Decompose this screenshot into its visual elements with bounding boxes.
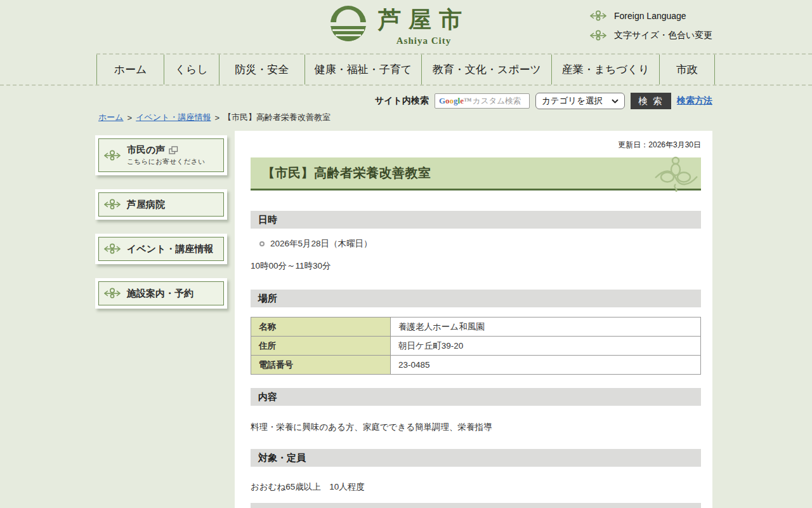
place-phone-value: 23-0485 <box>391 356 701 375</box>
place-address-label: 住所 <box>251 337 391 356</box>
table-row: 電話番号 23-0485 <box>251 356 701 375</box>
ornament-icon <box>590 30 606 41</box>
event-date: 2026年5月28日（木曜日） <box>259 238 372 250</box>
nav-item-home[interactable]: ホーム <box>96 55 164 84</box>
sidebar-item-label: 芦屋病院 <box>127 199 165 211</box>
search-button[interactable]: 検 索 <box>631 93 671 109</box>
knot-ornament-icon <box>653 156 698 192</box>
bullet-ring-icon <box>259 241 265 246</box>
section-header-place: 場所 <box>251 290 701 307</box>
nav-item-shisei[interactable]: 市政 <box>659 55 714 84</box>
sidebar: 市民の声 こちらにお寄せください 芦屋病院 <box>95 135 227 323</box>
breadcrumb-events[interactable]: イベント・講座情報 <box>136 112 211 123</box>
place-address-value: 朝日ケ丘町39-20 <box>391 337 701 356</box>
breadcrumb: ホーム > イベント・講座情報 > 【市民】高齢者栄養改善教室 <box>98 112 331 123</box>
place-phone-label: 電話番号 <box>251 356 391 375</box>
header-quick-links: Foreign Language 文字サイズ・色合い変更 <box>590 10 712 41</box>
category-select[interactable]: カテゴリを選択 <box>535 93 625 109</box>
sidebar-item-event-kouza[interactable]: イベント・講座情報 <box>95 234 227 264</box>
ornament-icon <box>104 199 121 210</box>
event-target: おおむね65歳以上 10人程度 <box>251 481 365 493</box>
sidebar-item-shisetsu-yoyaku[interactable]: 施設案内・予約 <box>95 278 227 309</box>
breadcrumb-current: 【市民】高齢者栄養改善教室 <box>223 112 331 123</box>
updated-date: 更新日：2026年3月30日 <box>618 140 701 150</box>
section-header-content: 内容 <box>251 388 701 406</box>
ornament-icon <box>104 288 121 299</box>
place-name-label: 名称 <box>251 318 391 337</box>
sidebar-item-shimin-no-koe[interactable]: 市民の声 こちらにお寄せください <box>95 135 227 175</box>
search-input[interactable]: Google™ カスタム検索 <box>435 93 530 109</box>
search-placeholder: カスタム検索 <box>473 96 521 107</box>
foreign-language-link[interactable]: Foreign Language <box>590 10 712 22</box>
category-select-value: カテゴリを選択 <box>542 95 603 107</box>
text-size-color-link[interactable]: 文字サイズ・色合い変更 <box>590 30 712 41</box>
ornament-icon <box>104 243 121 255</box>
place-name-value: 養護老人ホーム和風園 <box>391 318 701 337</box>
section-header-target: 対象・定員 <box>251 449 701 467</box>
event-time: 10時00分～11時30分 <box>251 260 331 272</box>
table-row: 名称 養護老人ホーム和風園 <box>251 318 701 337</box>
external-link-icon <box>169 146 178 154</box>
chevron-down-icon <box>612 99 619 104</box>
ornament-icon <box>104 150 121 161</box>
breadcrumb-separator: > <box>128 113 133 123</box>
site-logo[interactable]: 芦屋市 Ashiya City <box>330 5 469 46</box>
sidebar-item-label: 市民の声 <box>127 144 165 156</box>
sidebar-item-label: 施設案内・予約 <box>127 288 193 300</box>
place-table: 名称 養護老人ホーム和風園 住所 朝日ケ丘町39-20 電話番号 23-0485 <box>251 317 701 375</box>
global-nav-strip: ホーム くらし 防災・安全 健康・福祉・子育て 教育・文化・スポーツ 産業・まち… <box>0 53 812 86</box>
search-help-link[interactable]: 検索方法 <box>677 95 712 107</box>
google-brand-placeholder: Google™ <box>439 96 472 106</box>
breadcrumb-home[interactable]: ホーム <box>98 112 124 123</box>
breadcrumb-separator: > <box>214 113 219 123</box>
section-header-datetime: 日時 <box>251 211 701 229</box>
nav-item-kyouiku[interactable]: 教育・文化・スポーツ <box>421 55 551 84</box>
sidebar-item-label: イベント・講座情報 <box>127 243 213 255</box>
event-content: 料理・栄養に興味のある方、家庭でできる簡単調理、栄養指導 <box>251 422 492 433</box>
city-emblem-icon <box>330 5 367 42</box>
main-content: 更新日：2026年3月30日 【市民】高齢者栄養改善教室 日時 2026年5月2… <box>235 131 712 508</box>
page-title-banner: 【市民】高齢者栄養改善教室 <box>251 157 701 190</box>
sidebar-item-ashiya-hospital[interactable]: 芦屋病院 <box>95 189 227 220</box>
site-search: サイト内検索 Google™ カスタム検索 カテゴリを選択 検 索 検索方法 <box>375 93 712 109</box>
sidebar-item-sublabel: こちらにお寄せください <box>127 157 205 166</box>
global-nav: ホーム くらし 防災・安全 健康・福祉・子育て 教育・文化・スポーツ 産業・まち… <box>96 55 715 84</box>
nav-item-kurashi[interactable]: くらし <box>164 55 219 84</box>
section-header-partial <box>251 503 701 508</box>
nav-item-kenkou[interactable]: 健康・福祉・子育て <box>304 55 422 84</box>
nav-item-sangyou[interactable]: 産業・まちづくり <box>551 55 659 84</box>
foreign-language-label: Foreign Language <box>614 11 686 21</box>
nav-item-bousai[interactable]: 防災・安全 <box>219 55 304 84</box>
site-name-en: Ashiya City <box>378 36 469 46</box>
page-title: 【市民】高齢者栄養改善教室 <box>251 164 431 182</box>
site-search-label: サイト内検索 <box>375 95 429 107</box>
ornament-icon <box>590 10 606 22</box>
text-size-color-label: 文字サイズ・色合い変更 <box>614 30 712 41</box>
page: 芦屋市 Ashiya City Foreign Language 文字サイズ・色… <box>0 0 812 508</box>
table-row: 住所 朝日ケ丘町39-20 <box>251 337 701 356</box>
site-name: 芦屋市 <box>378 7 469 32</box>
